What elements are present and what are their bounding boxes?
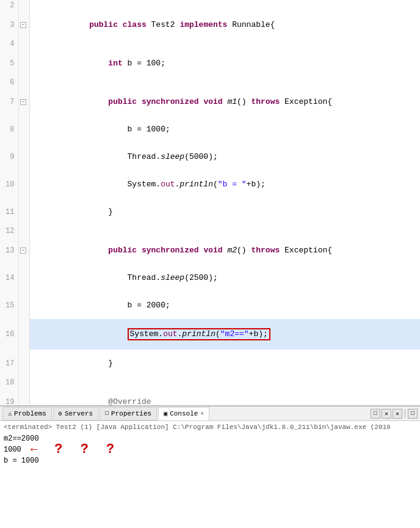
- tab-servers[interactable]: ⚙ Servers: [53, 407, 98, 420]
- table-row: 7 − public synchronized void m1() throws…: [0, 88, 420, 116]
- close-button-1[interactable]: ✕: [382, 409, 391, 419]
- line-number: 5: [0, 50, 18, 77]
- line-gutter: [18, 350, 29, 377]
- code-lines-table: 2 3 − public class Test2 implements Runn…: [0, 0, 420, 405]
- table-row: 17 }: [0, 350, 420, 377]
- tab-console-close: ✕: [200, 410, 203, 417]
- line-gutter: [18, 388, 29, 405]
- table-row: 10 System.out.println("b = "+b);: [0, 170, 420, 198]
- line-number: 2: [0, 0, 18, 11]
- tab-servers-label: Servers: [65, 410, 93, 417]
- line-gutter: [18, 0, 29, 11]
- table-row: 4: [0, 38, 420, 50]
- line-code: b = 2000;: [29, 292, 420, 319]
- line-code: b = 1000;: [29, 116, 420, 143]
- fold-icon[interactable]: −: [20, 99, 26, 105]
- horizontal-scrollbar[interactable]: [0, 405, 420, 406]
- line-number: 10: [0, 170, 18, 198]
- console-m2-output: m2==2000: [4, 435, 39, 443]
- table-row: 19 @Override: [0, 388, 420, 405]
- tab-bar-right: □ ✕ ✕ □: [371, 409, 418, 419]
- tab-console[interactable]: ▣ Console ✕: [158, 407, 209, 420]
- problems-icon: ⚠: [8, 410, 12, 417]
- console-arrow: ←: [31, 444, 38, 455]
- table-row: 12: [0, 226, 420, 237]
- line-gutter: [18, 377, 29, 388]
- line-gutter: [18, 292, 29, 319]
- line-number: 16: [0, 319, 18, 350]
- line-number: 19: [0, 388, 18, 405]
- table-row: 14 Thread.sleep(2500);: [0, 264, 420, 292]
- tab-bar-left: ⚠ Problems ⚙ Servers □ Properties ▣ Cons…: [2, 407, 371, 420]
- servers-icon: ⚙: [59, 410, 62, 417]
- tab-properties-label: Properties: [111, 410, 151, 417]
- line-code: }: [29, 198, 420, 226]
- tab-problems[interactable]: ⚠ Problems: [2, 407, 52, 420]
- close-button-2[interactable]: ✕: [393, 409, 402, 419]
- line-code: Thread.sleep(5000);: [29, 143, 420, 170]
- line-code: @Override: [29, 388, 420, 405]
- line-code-boxed: System.out.println("m2=="+b);: [29, 319, 420, 350]
- tab-properties[interactable]: □ Properties: [100, 407, 157, 420]
- fold-icon[interactable]: −: [20, 22, 26, 28]
- line-code: [29, 0, 420, 11]
- line-number: 17: [0, 350, 18, 377]
- line-gutter: [18, 143, 29, 170]
- console-icon: ▣: [164, 410, 167, 417]
- line-code: [29, 377, 420, 388]
- console-questions: ? ? ?: [54, 444, 119, 455]
- line-gutter: [18, 50, 29, 77]
- line-gutter: [18, 319, 29, 350]
- line-number: 12: [0, 226, 18, 237]
- table-row: 13 − public synchronized void m2() throw…: [0, 237, 420, 264]
- console-header: <terminated> Test2 (1) [Java Application…: [4, 424, 416, 431]
- line-gutter: [18, 226, 29, 237]
- code-scroll-area[interactable]: 2 3 − public class Test2 implements Runn…: [0, 0, 420, 405]
- table-row: 15 b = 2000;: [0, 292, 420, 319]
- console-1000-output: 1000: [4, 446, 21, 454]
- line-number: 13: [0, 237, 18, 264]
- table-row: 11 }: [0, 198, 420, 226]
- line-gutter: [18, 264, 29, 292]
- boxed-code: System.out.println("m2=="+b);: [128, 328, 270, 340]
- line-code: }: [29, 350, 420, 377]
- line-gutter: [18, 116, 29, 143]
- line-code: Thread.sleep(2500);: [29, 264, 420, 292]
- line-code: public class Test2 implements Runnable{: [29, 11, 420, 38]
- table-row: 16 System.out.println("m2=="+b);: [0, 319, 420, 350]
- line-number: 11: [0, 198, 18, 226]
- code-editor[interactable]: 2 3 − public class Test2 implements Runn…: [0, 0, 420, 406]
- line-number: 4: [0, 38, 18, 50]
- maximize-button[interactable]: □: [408, 409, 418, 419]
- line-number: 18: [0, 377, 18, 388]
- line-gutter: [18, 198, 29, 226]
- table-row: 5 int b = 100;: [0, 50, 420, 77]
- line-code: [29, 38, 420, 50]
- table-row: 2: [0, 0, 420, 11]
- minimize-button[interactable]: □: [371, 409, 380, 419]
- bottom-panel: ⚠ Problems ⚙ Servers □ Properties ▣ Cons…: [0, 406, 420, 528]
- tab-console-label: Console: [170, 410, 198, 417]
- tab-problems-label: Problems: [14, 410, 46, 417]
- fold-icon[interactable]: −: [20, 248, 26, 254]
- console-line-2: 1000 ← ? ? ?: [4, 444, 416, 455]
- tab-bar: ⚠ Problems ⚙ Servers □ Properties ▣ Cons…: [0, 406, 420, 421]
- table-row: 3 − public class Test2 implements Runnab…: [0, 11, 420, 38]
- table-row: 6: [0, 77, 420, 88]
- line-gutter: −: [18, 88, 29, 116]
- console-output: <terminated> Test2 (1) [Java Application…: [0, 421, 420, 528]
- line-code: System.out.println("b = "+b);: [29, 170, 420, 198]
- properties-icon: □: [105, 410, 109, 417]
- line-number: 6: [0, 77, 18, 88]
- line-gutter: −: [18, 237, 29, 264]
- separator: [405, 409, 405, 418]
- line-number: 8: [0, 116, 18, 143]
- table-row: 8 b = 1000;: [0, 116, 420, 143]
- line-gutter: [18, 38, 29, 50]
- line-gutter: [18, 170, 29, 198]
- console-b-output: b = 1000: [4, 457, 39, 465]
- line-number: 15: [0, 292, 18, 319]
- line-code: public synchronized void m2() throws Exc…: [29, 237, 420, 264]
- line-gutter: −: [18, 11, 29, 38]
- line-number: 9: [0, 143, 18, 170]
